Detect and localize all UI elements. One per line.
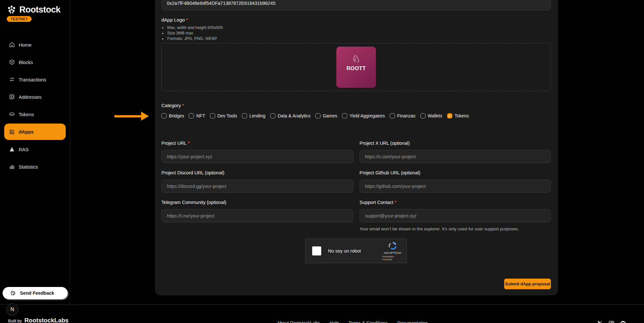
- category-checkbox-tokens[interactable]: ✓ Tokens: [447, 113, 469, 118]
- logo-dropzone[interactable]: ♘ ROOTT: [161, 43, 551, 91]
- footer-divider: [0, 304, 644, 305]
- sidebar-item-addresses[interactable]: Addresses: [0, 88, 70, 106]
- avatar[interactable]: N: [6, 303, 18, 316]
- category-checkbox-nft[interactable]: NFT: [189, 113, 205, 118]
- instagram-icon[interactable]: [608, 320, 615, 323]
- required-asterisk: *: [395, 200, 397, 205]
- recaptcha-swirl-icon: [388, 241, 398, 251]
- category-checkbox-wallets[interactable]: Wallets: [420, 113, 442, 118]
- annotation-arrow-head: [141, 112, 149, 121]
- feedback-pencil-icon: [10, 290, 16, 296]
- category-label: Category*: [161, 103, 184, 108]
- sidebar-item-blocks[interactable]: Blocks: [0, 53, 70, 71]
- github-icon[interactable]: [620, 320, 626, 323]
- sidebar-item-home[interactable]: Home: [0, 36, 70, 53]
- dapp-logo-label: dApp Logo*: [161, 17, 188, 23]
- footer-link-help[interactable]: Help: [330, 320, 339, 323]
- logo-requirements-list: Max. width and height 500x500 Size 3MB m…: [167, 25, 223, 42]
- telegram-community-field: Telegram Community (optional): [161, 200, 353, 231]
- category-checkbox-data-analytics[interactable]: Data & Analytics: [270, 113, 311, 118]
- footer-link-about[interactable]: About RootstockLabs: [277, 320, 320, 323]
- sidebar-item-tokens[interactable]: Tokens: [0, 106, 70, 123]
- footer-links: About RootstockLabs Help Terms & Conditi…: [277, 320, 428, 323]
- sidebar-item-dapps[interactable]: dApps: [4, 124, 66, 140]
- logo-preview-tile[interactable]: ♘ ROOTT: [336, 47, 376, 88]
- project-discord-url-input[interactable]: [161, 180, 353, 193]
- project-url-input[interactable]: [161, 150, 353, 163]
- submit-dapp-proposal-button[interactable]: Submit dApp proposal: [504, 279, 551, 289]
- checkbox[interactable]: [189, 113, 194, 118]
- logo-requirement: Formats: JPG, PNG, WEBP: [167, 36, 223, 42]
- telegram-community-input[interactable]: [161, 209, 353, 222]
- annotation-arrow: [114, 115, 142, 117]
- brand-logo[interactable]: Rootstock: [6, 5, 61, 15]
- brand-name: Rootstock: [19, 5, 61, 15]
- support-contact-input[interactable]: [360, 209, 551, 222]
- project-discord-url-field: Project Discord URL (optional): [161, 170, 353, 193]
- sidebar-item-statistics[interactable]: Statistics: [0, 158, 70, 175]
- feedback-label: Send Feedback: [20, 291, 54, 296]
- contract-address-input[interactable]: [161, 0, 551, 10]
- blocks-icon: [9, 59, 15, 65]
- footer-social-icons: [597, 320, 626, 323]
- home-icon: [9, 42, 15, 48]
- dapps-icon: [9, 129, 15, 135]
- required-asterisk: *: [188, 141, 190, 146]
- tokens-icon: [9, 111, 15, 117]
- recaptcha-brand: reCAPTCHA: [384, 251, 401, 254]
- email-privacy-note: Your email won't be shown in the explore…: [360, 226, 551, 231]
- checkbox[interactable]: [270, 113, 275, 118]
- addresses-icon: [9, 94, 15, 100]
- recaptcha-checkbox[interactable]: [312, 246, 321, 255]
- sidebar-item-transactions[interactable]: Transactions: [0, 71, 70, 88]
- category-checkbox-games[interactable]: Games: [315, 113, 337, 118]
- knight-icon: ♘: [352, 54, 360, 64]
- required-asterisk: *: [186, 17, 188, 23]
- checkbox[interactable]: [242, 113, 247, 118]
- built-by: Built by RootstockLabs: [8, 317, 69, 323]
- project-github-url-input[interactable]: [360, 180, 551, 193]
- checkbox[interactable]: [420, 113, 426, 118]
- category-checkbox-dev-tools[interactable]: Dev Tools: [210, 113, 237, 118]
- footer-link-documentation[interactable]: Documentation: [397, 320, 428, 323]
- rootstock-logo-icon: [6, 5, 17, 15]
- category-checkbox-bridges[interactable]: Bridges: [161, 113, 184, 118]
- category-checkbox-yield-aggregators[interactable]: Yield Aggregators: [342, 113, 385, 118]
- checkbox[interactable]: [210, 113, 215, 118]
- rootstocklabs-brand[interactable]: RootstockLabs: [24, 317, 69, 323]
- logo-requirement: Size 3MB max: [167, 31, 223, 36]
- category-checkbox-finanzas[interactable]: Finanzas: [390, 113, 416, 118]
- url-fields-grid: Project URL* Project X URL (optional) Pr…: [161, 141, 551, 231]
- project-x-url-field: Project X URL (optional): [360, 141, 551, 163]
- category-checkbox-row: Bridges NFT Dev Tools Lending Data & Ana…: [161, 113, 469, 118]
- project-github-url-field: Project Github URL (optional): [360, 170, 551, 193]
- checkbox[interactable]: [161, 113, 167, 118]
- sidebar: Rootstock TESTNET Home Blocks Transactio…: [0, 0, 70, 304]
- send-feedback-button[interactable]: Send Feedback: [3, 287, 68, 299]
- sidebar-nav: Home Blocks Transactions Addresses Token…: [0, 36, 70, 175]
- sidebar-item-ras[interactable]: RAS: [0, 141, 70, 158]
- checkbox[interactable]: [342, 113, 347, 118]
- project-x-url-input[interactable]: [360, 150, 551, 163]
- x-icon[interactable]: [597, 320, 603, 323]
- network-badge: TESTNET: [7, 16, 32, 22]
- recaptcha-label: No soy un robot: [328, 248, 361, 254]
- transactions-icon: [9, 76, 15, 83]
- category-checkbox-lending[interactable]: Lending: [242, 113, 265, 118]
- logo-requirement: Max. width and height 500x500: [167, 25, 223, 31]
- ras-icon: [9, 146, 15, 152]
- recaptcha-logo: reCAPTCHA Privacidad - Términos: [382, 241, 403, 261]
- support-contact-field: Support Contact* Your email won't be sho…: [360, 200, 551, 231]
- checkbox-checked[interactable]: ✓: [447, 113, 452, 118]
- project-url-field: Project URL*: [161, 141, 353, 163]
- check-icon: ✓: [448, 114, 451, 118]
- statistics-icon: [9, 163, 15, 170]
- dapp-proposal-panel: dApp Logo* Max. width and height 500x500…: [155, 0, 558, 295]
- required-asterisk: *: [182, 103, 184, 108]
- recaptcha-widget: No soy un robot reCAPTCHA Privacidad - T…: [305, 239, 407, 263]
- footer-link-terms[interactable]: Terms & Conditions: [349, 320, 388, 323]
- recaptcha-privacy-terms[interactable]: Privacidad - Términos: [382, 255, 403, 261]
- checkbox[interactable]: [315, 113, 321, 118]
- checkbox[interactable]: [390, 113, 395, 118]
- logo-preview-name: ROOTT: [346, 65, 366, 71]
